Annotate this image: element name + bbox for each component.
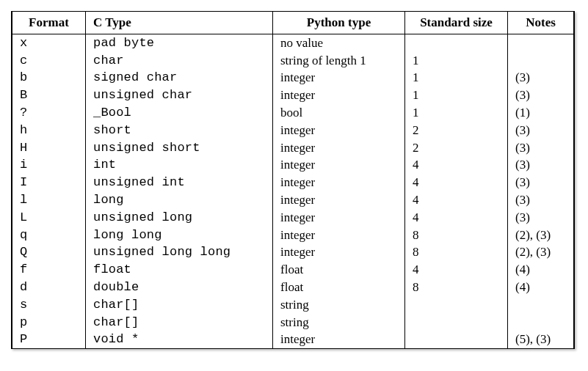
cell-format: H — [12, 139, 86, 157]
cell-stdsize — [405, 296, 508, 314]
cell-pytype: integer — [273, 69, 405, 87]
cell-ctype: unsigned long — [86, 209, 273, 227]
cell-stdsize: 8 — [405, 279, 508, 296]
cell-notes — [508, 296, 574, 314]
cell-notes: (3) — [508, 209, 574, 227]
cell-stdsize: 1 — [405, 87, 508, 104]
cell-format: I — [12, 174, 86, 191]
cell-stdsize: 2 — [405, 139, 508, 157]
table-row: Bunsigned charinteger1(3) — [12, 87, 574, 104]
cell-pytype: string — [273, 296, 405, 314]
cell-pytype: integer — [273, 191, 405, 209]
cell-pytype: integer — [273, 174, 405, 191]
cell-format: s — [12, 296, 86, 314]
cell-ctype: int — [86, 156, 273, 174]
cell-stdsize: 2 — [405, 122, 508, 139]
cell-notes: (3) — [508, 156, 574, 174]
format-table-container: Format C Type Python type Standard size … — [11, 11, 575, 349]
table-row: Qunsigned long longinteger8(2), (3) — [12, 243, 574, 261]
cell-ctype: unsigned char — [86, 87, 273, 104]
cell-ctype: char[] — [86, 296, 273, 314]
cell-ctype: float — [86, 261, 273, 279]
cell-ctype: long long — [86, 227, 273, 244]
table-row: bsigned charinteger1(3) — [12, 69, 574, 87]
table-row: schar[]string — [12, 296, 574, 314]
cell-notes: (5), (3) — [508, 331, 574, 348]
table-row: Hunsigned shortinteger2(3) — [12, 139, 574, 157]
table-row: Lunsigned longinteger4(3) — [12, 209, 574, 227]
col-header-pytype: Python type — [273, 12, 405, 34]
cell-stdsize: 4 — [405, 191, 508, 209]
cell-stdsize — [405, 314, 508, 331]
cell-stdsize: 8 — [405, 243, 508, 261]
cell-pytype: integer — [273, 139, 405, 157]
table-row: ccharstring of length 11 — [12, 52, 574, 70]
format-table: Format C Type Python type Standard size … — [12, 12, 574, 348]
col-header-format: Format — [12, 12, 86, 34]
col-header-stdsize: Standard size — [405, 12, 508, 34]
table-row: Pvoid *integer(5), (3) — [12, 331, 574, 348]
cell-notes: (4) — [508, 261, 574, 279]
cell-ctype: pad byte — [86, 34, 273, 51]
cell-stdsize — [405, 34, 508, 51]
cell-ctype: void * — [86, 331, 273, 348]
cell-ctype: signed char — [86, 69, 273, 87]
cell-ctype: double — [86, 279, 273, 296]
cell-pytype: integer — [273, 122, 405, 139]
cell-ctype: char[] — [86, 314, 273, 331]
cell-notes: (3) — [508, 122, 574, 139]
cell-pytype: integer — [273, 331, 405, 348]
cell-format: p — [12, 314, 86, 331]
cell-notes: (1) — [508, 104, 574, 122]
cell-notes: (3) — [508, 174, 574, 191]
cell-format: b — [12, 69, 86, 87]
cell-notes: (2), (3) — [508, 227, 574, 244]
cell-ctype: char — [86, 52, 273, 70]
cell-pytype: string of length 1 — [273, 52, 405, 70]
cell-ctype: long — [86, 191, 273, 209]
cell-stdsize — [405, 331, 508, 348]
cell-format: f — [12, 261, 86, 279]
cell-pytype: no value — [273, 34, 405, 51]
cell-notes — [508, 314, 574, 331]
cell-format: l — [12, 191, 86, 209]
cell-stdsize: 4 — [405, 209, 508, 227]
cell-format: h — [12, 122, 86, 139]
cell-pytype: integer — [273, 156, 405, 174]
cell-format: d — [12, 279, 86, 296]
cell-ctype: _Bool — [86, 104, 273, 122]
table-row: ffloatfloat4(4) — [12, 261, 574, 279]
cell-format: P — [12, 331, 86, 348]
cell-ctype: unsigned long long — [86, 243, 273, 261]
cell-format: i — [12, 156, 86, 174]
cell-notes: (3) — [508, 69, 574, 87]
table-row: ?_Boolbool1(1) — [12, 104, 574, 122]
cell-notes: (3) — [508, 139, 574, 157]
cell-pytype: integer — [273, 227, 405, 244]
cell-format: q — [12, 227, 86, 244]
cell-stdsize: 4 — [405, 156, 508, 174]
cell-notes: (4) — [508, 279, 574, 296]
table-row: pchar[]string — [12, 314, 574, 331]
table-row: Iunsigned intinteger4(3) — [12, 174, 574, 191]
cell-pytype: integer — [273, 243, 405, 261]
cell-pytype: string — [273, 314, 405, 331]
cell-notes: (2), (3) — [508, 243, 574, 261]
cell-stdsize: 1 — [405, 69, 508, 87]
table-row: xpad byteno value — [12, 34, 574, 51]
table-row: hshortinteger2(3) — [12, 122, 574, 139]
col-header-notes: Notes — [508, 12, 574, 34]
cell-ctype: unsigned short — [86, 139, 273, 157]
cell-format: x — [12, 34, 86, 51]
cell-notes: (3) — [508, 191, 574, 209]
cell-pytype: float — [273, 261, 405, 279]
cell-format: B — [12, 87, 86, 104]
table-body: xpad byteno valueccharstring of length 1… — [12, 34, 574, 348]
cell-ctype: unsigned int — [86, 174, 273, 191]
table-row: qlong longinteger8(2), (3) — [12, 227, 574, 244]
cell-pytype: bool — [273, 104, 405, 122]
cell-format: Q — [12, 243, 86, 261]
cell-ctype: short — [86, 122, 273, 139]
cell-format: c — [12, 52, 86, 70]
cell-notes: (3) — [508, 87, 574, 104]
